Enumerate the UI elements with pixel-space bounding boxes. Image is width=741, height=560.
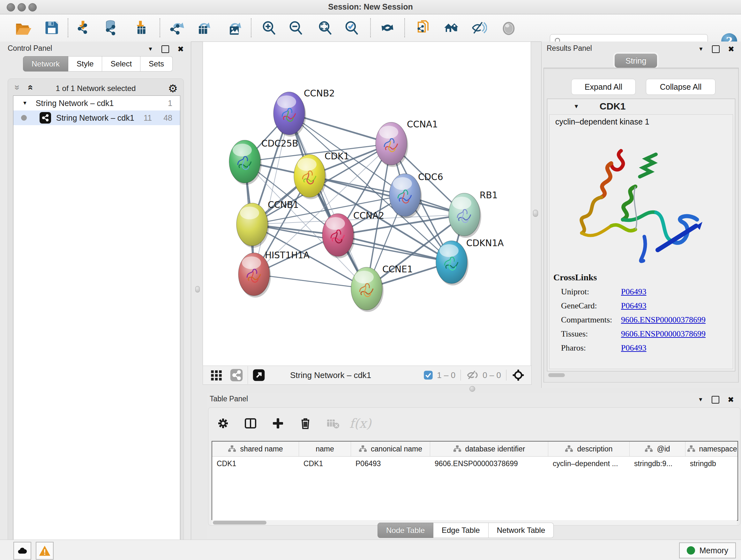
hide-details-icon[interactable] bbox=[470, 19, 488, 37]
node-table[interactable]: shared namenamecanonical namedatabase id… bbox=[212, 441, 738, 521]
toolbar-separator bbox=[370, 18, 371, 37]
table-cell[interactable]: P06493 bbox=[351, 456, 430, 471]
refresh-layout-icon[interactable] bbox=[379, 19, 396, 37]
zoom-out-icon[interactable] bbox=[286, 19, 305, 37]
memory-button[interactable]: Memory bbox=[679, 543, 736, 558]
open-session-icon[interactable] bbox=[14, 19, 32, 37]
crosslink-row: Compartments: 9606.ENSP00000378699 bbox=[553, 315, 705, 325]
table-cell[interactable]: cyclin–dependent ... bbox=[548, 456, 630, 471]
float-panel-icon[interactable] bbox=[161, 45, 169, 53]
tab-select[interactable]: Select bbox=[102, 56, 140, 71]
delete-column-icon[interactable] bbox=[297, 415, 314, 432]
node-CCNE1[interactable]: CCNE1 bbox=[351, 264, 413, 312]
import-network-database-icon[interactable] bbox=[102, 19, 119, 37]
export-network-icon[interactable] bbox=[168, 19, 186, 37]
vertical-splitter-handle[interactable] bbox=[533, 210, 538, 217]
tab-node-table[interactable]: Node Table bbox=[378, 523, 433, 538]
crosslink-label: GeneCard: bbox=[561, 301, 621, 311]
table-cell[interactable]: 9606.ENSP00000378699 bbox=[430, 456, 548, 471]
panel-menu-icon[interactable]: ▼ bbox=[698, 396, 703, 403]
node-label-CDK1: CDK1 bbox=[325, 151, 349, 162]
crosslink-link[interactable]: 9606.ENSP00000378699 bbox=[621, 329, 705, 339]
collapse-all-button[interactable]: Collapse All bbox=[646, 79, 716, 95]
column-header-canonical-name[interactable]: canonical name bbox=[351, 442, 430, 456]
node-CCNA1[interactable]: CCNA1 bbox=[376, 119, 438, 167]
column-header-shared-name[interactable]: shared name bbox=[212, 442, 299, 456]
table-cell[interactable]: CDK1 bbox=[212, 456, 299, 471]
network-row-selected[interactable]: String Network – cdk1 11 48 bbox=[13, 111, 180, 125]
node-HIST1H1A[interactable]: HIST1H1A bbox=[239, 250, 310, 298]
table-settings-icon[interactable] bbox=[215, 415, 231, 432]
home-icon[interactable] bbox=[442, 19, 460, 37]
network-share-view-icon[interactable] bbox=[230, 368, 243, 382]
grid-view-icon[interactable] bbox=[210, 369, 223, 381]
table-cell[interactable]: stringdb bbox=[685, 456, 738, 471]
add-column-icon[interactable] bbox=[270, 415, 286, 432]
export-table-icon[interactable] bbox=[194, 19, 212, 37]
column-header-database-identifier[interactable]: database identifier bbox=[430, 442, 548, 456]
network-options-gear-icon[interactable]: ⚙ bbox=[168, 82, 178, 95]
node-label-CCNA1: CCNA1 bbox=[407, 119, 438, 130]
birdseye-navigate-icon[interactable] bbox=[512, 368, 525, 382]
close-panel-icon[interactable]: ✖ bbox=[728, 395, 734, 404]
node-RB1[interactable]: RB1 bbox=[449, 190, 497, 238]
cloud-icon bbox=[17, 545, 28, 557]
node-CDC25B[interactable]: CDC25B bbox=[229, 138, 298, 185]
column-header-description[interactable]: description bbox=[548, 442, 630, 456]
crosslink-link[interactable]: 9606.ENSP00000378699 bbox=[621, 315, 705, 325]
document-share-icon[interactable] bbox=[415, 19, 433, 37]
node-CDKN1A[interactable]: CDKN1A bbox=[436, 238, 503, 286]
table-scrollbar-thumb[interactable] bbox=[213, 521, 266, 524]
zoom-fit-icon[interactable] bbox=[316, 19, 334, 37]
show-columns-icon[interactable] bbox=[242, 415, 259, 432]
column-header-name[interactable]: name bbox=[299, 442, 351, 456]
tab-edge-table[interactable]: Edge Table bbox=[433, 523, 488, 538]
column-header-namespace[interactable]: namespace bbox=[685, 442, 738, 456]
node-CCNA2[interactable]: CCNA2 bbox=[322, 210, 384, 258]
cloud-status-button[interactable] bbox=[13, 542, 31, 560]
table-row[interactable]: CDK1CDK1P064939606.ENSP00000378699cyclin… bbox=[212, 456, 738, 471]
tab-network[interactable]: Network bbox=[23, 56, 68, 71]
hidden-elements-icon bbox=[466, 369, 479, 381]
node-CDC6[interactable]: CDC6 bbox=[389, 172, 443, 219]
crosslink-link[interactable]: P06493 bbox=[621, 301, 646, 311]
float-panel-icon[interactable] bbox=[712, 396, 719, 403]
detach-view-icon[interactable] bbox=[253, 369, 265, 381]
close-panel-icon[interactable]: ✖ bbox=[178, 45, 184, 54]
edge-CCNB2-CCNE1[interactable] bbox=[289, 113, 367, 289]
edge-CCNA2-CDKN1A[interactable] bbox=[338, 235, 452, 262]
panel-menu-icon[interactable]: ▼ bbox=[148, 46, 153, 52]
zoom-in-icon[interactable] bbox=[260, 19, 278, 37]
warnings-button[interactable] bbox=[36, 542, 54, 560]
network-view-canvas[interactable]: CCNB2CCNA1CDC25BCDK1CDC6RB1CCNB1CCNA2CDK… bbox=[203, 42, 531, 366]
gene-card-header[interactable]: ▼ CDK1 bbox=[547, 99, 735, 114]
horizontal-splitter-handle[interactable] bbox=[469, 386, 475, 392]
crosslink-link[interactable]: P06493 bbox=[621, 343, 646, 353]
tab-sets[interactable]: Sets bbox=[140, 56, 173, 71]
tab-style[interactable]: Style bbox=[68, 56, 102, 71]
left-splitter-handle[interactable] bbox=[195, 286, 200, 293]
selected-checkbox[interactable] bbox=[423, 370, 433, 380]
node-CCNB2[interactable]: CCNB2 bbox=[273, 88, 335, 137]
collection-expand-icon[interactable]: ▼ bbox=[22, 100, 27, 106]
import-network-file-icon[interactable] bbox=[74, 19, 92, 37]
window-title: Session: New Session bbox=[0, 2, 741, 11]
collapse-gene-icon[interactable]: ▼ bbox=[574, 103, 579, 110]
birdseye-icon[interactable] bbox=[500, 19, 518, 37]
results-scrollbar-thumb[interactable] bbox=[548, 373, 565, 377]
expand-all-button[interactable]: Expand All bbox=[571, 79, 636, 95]
save-session-icon[interactable] bbox=[43, 19, 61, 37]
tab-string[interactable]: String bbox=[615, 54, 657, 68]
network-collection-row[interactable]: ▼ String Network – cdk1 1 bbox=[13, 96, 180, 111]
import-table-icon[interactable] bbox=[131, 19, 149, 37]
crosslink-link[interactable]: P06493 bbox=[621, 287, 646, 297]
tab-network-table[interactable]: Network Table bbox=[488, 523, 554, 538]
table-cell[interactable]: stringdb:9... bbox=[630, 456, 685, 471]
export-image-icon[interactable] bbox=[225, 19, 243, 37]
float-panel-icon[interactable] bbox=[712, 45, 720, 53]
panel-menu-icon[interactable]: ▼ bbox=[698, 46, 704, 52]
zoom-selected-icon[interactable] bbox=[342, 19, 360, 37]
close-panel-icon[interactable]: ✖ bbox=[728, 45, 734, 54]
column-header-@id[interactable]: @id bbox=[630, 442, 685, 456]
table-cell[interactable]: CDK1 bbox=[299, 456, 351, 471]
